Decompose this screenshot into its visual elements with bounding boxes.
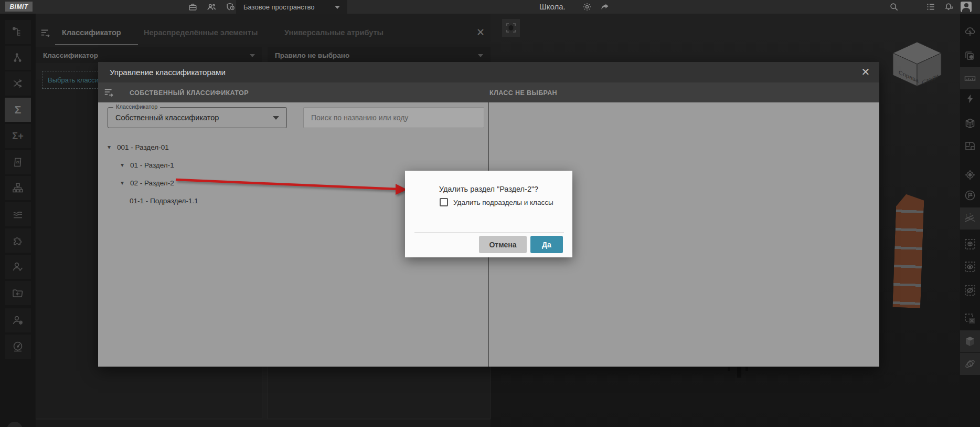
checkbox-label: Удалить подразделы и классы — [453, 199, 553, 206]
classifier-select-value: Собственный классификатор — [115, 113, 219, 122]
modal-title: Управление классификаторами — [110, 68, 226, 77]
tree-item-razdel-2[interactable]: ▾ 02 - Раздел-2 — [121, 178, 174, 188]
top-bar: BiMiT Базовое пространство Школа. — [0, 0, 980, 14]
dialog-divider — [414, 232, 564, 233]
share-icon[interactable] — [599, 1, 611, 13]
cancel-button[interactable]: Отмена — [479, 236, 527, 253]
search-input[interactable] — [304, 108, 484, 128]
settings-gear-icon[interactable] — [581, 1, 593, 13]
project-title: Школа. — [539, 2, 566, 11]
avatar-body — [962, 8, 970, 12]
tree-item-label: 001 - Раздел-01 — [117, 143, 169, 151]
tree-expand-icon[interactable]: ▾ — [121, 161, 124, 169]
workspace-selector[interactable]: Базовое пространство — [236, 0, 347, 14]
modal-subheader: СОБСТВЕННЫЙ КЛАССИФИКАТОР КЛАСС НЕ ВЫБРА… — [98, 82, 879, 102]
tree-item-label: 01 - Раздел-1 — [130, 161, 174, 169]
list-icon[interactable] — [925, 1, 936, 13]
modal-close-icon[interactable]: ✕ — [859, 66, 872, 78]
checkbox-unchecked-icon[interactable] — [440, 198, 448, 206]
tree-item-razdel-1[interactable]: ▾ 01 - Раздел-1 — [121, 160, 174, 170]
app-window: BiMiT Базовое пространство Школа. — [0, 0, 980, 427]
confirm-yes-button[interactable]: Да — [530, 236, 563, 253]
team-icon[interactable] — [206, 1, 217, 13]
annotation-arrow — [173, 173, 414, 202]
workspace-label: Базовое пространство — [243, 3, 315, 11]
search-icon[interactable] — [888, 1, 900, 13]
tree-item-razdel-01[interactable]: ▾ 001 - Раздел-01 — [108, 142, 169, 152]
confirm-delete-dialog: Удалить раздел "Раздел-2"? Удалить подра… — [405, 171, 572, 257]
notifications-sync-icon[interactable] — [943, 1, 954, 13]
dialog-title: Удалить раздел "Раздел-2"? — [405, 185, 572, 193]
modal-header: Управление классификаторами ✕ — [98, 62, 879, 82]
briefcase-icon[interactable] — [187, 1, 198, 13]
tree-expand-icon[interactable]: ▾ — [121, 179, 124, 186]
avatar-head — [964, 3, 968, 7]
modal-menu-icon[interactable] — [103, 87, 115, 98]
tree-expand-icon[interactable]: ▾ — [108, 143, 111, 151]
delete-subsections-checkbox-row[interactable]: Удалить подразделы и классы — [440, 198, 553, 206]
bimit-logo: BiMiT — [5, 2, 33, 12]
classifier-select-label: Классификатор — [113, 103, 160, 110]
tree-item-label: 02 - Раздел-2 — [130, 179, 174, 187]
classifier-select[interactable]: Классификатор Собственный классификатор — [108, 107, 287, 128]
search-field[interactable] — [303, 107, 484, 128]
left-pane-header: СОБСТВЕННЫЙ КЛАССИФИКАТОР — [130, 89, 249, 97]
shield-status-icon[interactable] — [225, 1, 236, 13]
chevron-down-icon — [335, 6, 340, 9]
chevron-down-icon — [273, 116, 279, 120]
right-pane-header: КЛАСС НЕ ВЫБРАН — [489, 89, 557, 97]
user-avatar[interactable] — [961, 2, 972, 12]
